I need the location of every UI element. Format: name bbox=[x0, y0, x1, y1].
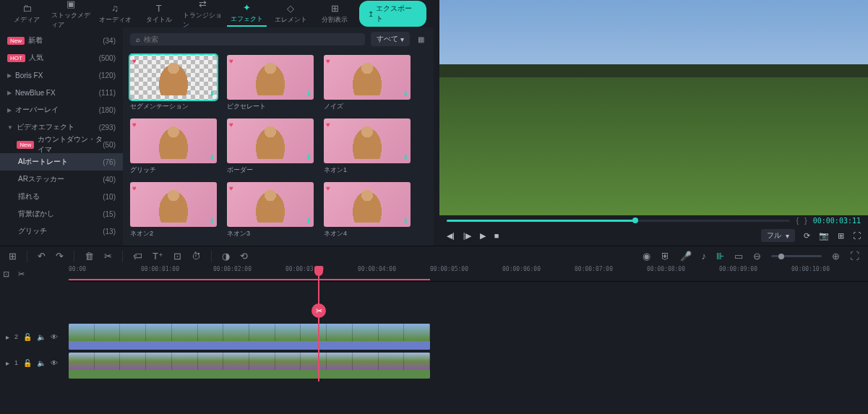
heart-icon[interactable]: ♥ bbox=[229, 121, 233, 129]
play-button[interactable]: ▶ bbox=[480, 231, 486, 241]
effect-card-ボーダー[interactable]: ♥⬇ボーダー bbox=[227, 118, 314, 175]
color-icon[interactable]: ◑ bbox=[222, 251, 230, 262]
music-icon[interactable]: ♪ bbox=[702, 251, 707, 262]
effect-card-セグメンテーション[interactable]: ♥⬇セグメンテーション bbox=[130, 55, 217, 111]
sidebar-item-オーバーレイ[interactable]: ▶オーバーレイ(180) bbox=[0, 101, 123, 118]
effect-thumb[interactable]: ♥⬇ bbox=[324, 182, 411, 227]
timeline-ruler[interactable]: 00:0000:00:01:0000:00:02:0000:00:03:0000… bbox=[69, 266, 868, 282]
tab-オーディオ[interactable]: ♫オーディオ bbox=[95, 1, 135, 27]
zoom-slider[interactable] bbox=[771, 255, 822, 257]
search-input[interactable] bbox=[144, 35, 359, 43]
rotate-icon[interactable]: ⟲ bbox=[240, 251, 248, 262]
shield-icon[interactable]: ⛨ bbox=[661, 251, 670, 262]
sidebar-item-揺れる[interactable]: 揺れる(10) bbox=[0, 188, 123, 205]
sidebar-item-AIポートレート[interactable]: AIポートレート(76) bbox=[0, 153, 123, 171]
tab-分割表示[interactable]: ⊞分割表示 bbox=[315, 1, 355, 27]
effect-thumb[interactable]: ♥⬇ bbox=[324, 118, 411, 163]
tab-メディア[interactable]: 🗀メディア bbox=[7, 1, 47, 27]
settings-icon[interactable]: ⊞ bbox=[838, 231, 844, 241]
tab-タイトル[interactable]: Tタイトル bbox=[139, 1, 179, 27]
tab-エレメント[interactable]: ◇エレメント bbox=[271, 1, 311, 27]
heart-icon[interactable]: ♥ bbox=[229, 184, 233, 192]
effect-card-ピクセレート[interactable]: ♥⬇ピクセレート bbox=[227, 55, 314, 111]
download-icon[interactable]: ⬇ bbox=[306, 153, 311, 161]
tab-エフェクト[interactable]: ✦エフェクト bbox=[227, 1, 267, 27]
mute-icon[interactable]: 🔈 bbox=[37, 333, 46, 341]
sidebar-item-ARステッカー[interactable]: ARステッカー(40) bbox=[0, 171, 123, 188]
preview-video[interactable] bbox=[439, 0, 868, 215]
download-icon[interactable]: ⬇ bbox=[403, 153, 408, 161]
lock-icon[interactable]: 🔓 bbox=[23, 359, 32, 367]
visibility-icon[interactable]: 👁 bbox=[51, 333, 58, 341]
heart-icon[interactable]: ♥ bbox=[132, 121, 137, 129]
video-clip-2[interactable]: ▶バックグラウンド bbox=[69, 353, 430, 379]
view-grid-button[interactable]: ▦ bbox=[416, 33, 426, 46]
track-toggle-icon[interactable]: ▸ bbox=[6, 359, 9, 367]
snapshot-icon[interactable]: 📷 bbox=[819, 231, 829, 241]
preview-progress[interactable] bbox=[447, 220, 790, 222]
sidebar-item-グリッチ[interactable]: グリッチ(13) bbox=[0, 223, 123, 240]
download-icon[interactable]: ⬇ bbox=[209, 90, 215, 98]
refresh-icon[interactable]: ⟳ bbox=[804, 231, 810, 241]
lock-icon[interactable]: 🔓 bbox=[23, 333, 32, 341]
heart-icon[interactable]: ♥ bbox=[132, 57, 137, 65]
undo-button[interactable]: ↶ bbox=[38, 251, 46, 262]
effect-card-ネオン4[interactable]: ♥⬇ネオン4 bbox=[324, 182, 411, 238]
heart-icon[interactable]: ♥ bbox=[326, 184, 330, 192]
effect-thumb[interactable]: ♥⬇ bbox=[324, 55, 411, 100]
effect-card-グリッチ[interactable]: ♥⬇グリッチ bbox=[130, 118, 217, 175]
sidebar-item-人気[interactable]: HOT人気(500) bbox=[0, 49, 123, 66]
sort-dropdown[interactable]: すべて ▾ bbox=[371, 32, 410, 46]
export-button[interactable]: ↥エクスポート bbox=[359, 1, 427, 27]
speed-icon[interactable]: ⏱ bbox=[192, 251, 201, 262]
download-icon[interactable]: ⬇ bbox=[209, 153, 215, 161]
mark-in-button[interactable]: { bbox=[796, 216, 799, 225]
text-tool-icon[interactable]: T⁺ bbox=[152, 251, 163, 262]
magnet-icon[interactable]: ⊪ bbox=[716, 251, 724, 262]
effect-thumb[interactable]: ♥⬇ bbox=[130, 118, 217, 163]
download-icon[interactable]: ⬇ bbox=[306, 90, 311, 98]
sidebar-item-Boris FX[interactable]: ▶Boris FX(120) bbox=[0, 66, 123, 84]
effect-thumb[interactable]: ♥⬇ bbox=[227, 182, 314, 227]
sidebar-item-ビデオエフェクト[interactable]: ▼ビデオエフェクト(293) bbox=[0, 118, 123, 136]
playhead[interactable]: ✂ bbox=[318, 266, 319, 381]
search-box[interactable]: ⌕ bbox=[130, 33, 365, 46]
play-backward-button[interactable]: |▶ bbox=[463, 231, 471, 241]
redo-button[interactable]: ↷ bbox=[56, 251, 64, 262]
download-icon[interactable]: ⬇ bbox=[209, 217, 215, 225]
stop-button[interactable]: ■ bbox=[494, 231, 499, 240]
crop-icon[interactable]: ⊡ bbox=[173, 251, 181, 262]
video-clip-1[interactable]: ▶女性 bbox=[69, 324, 430, 350]
heart-icon[interactable]: ♥ bbox=[132, 184, 137, 192]
playhead-split-icon[interactable]: ✂ bbox=[311, 303, 326, 318]
tab-トランジション[interactable]: ⇄トランジション bbox=[183, 1, 223, 27]
delete-button[interactable]: 🗑 bbox=[85, 251, 94, 262]
layout-icon[interactable]: ⊞ bbox=[9, 251, 17, 262]
tab-ストックメディア[interactable]: ▣ストックメディア bbox=[51, 1, 91, 27]
split-button[interactable]: ✂ bbox=[104, 251, 112, 262]
heart-icon[interactable]: ♥ bbox=[229, 57, 233, 65]
fullscreen-icon[interactable]: ⛶ bbox=[853, 231, 861, 240]
heart-icon[interactable]: ♥ bbox=[326, 121, 330, 129]
preview-quality-dropdown[interactable]: フル ▾ bbox=[761, 229, 795, 242]
effect-card-ネオン1[interactable]: ♥⬇ネオン1 bbox=[324, 118, 411, 175]
mic-icon[interactable]: 🎤 bbox=[680, 251, 692, 262]
effect-card-ネオン3[interactable]: ♥⬇ネオン3 bbox=[227, 182, 314, 238]
mute-icon[interactable]: 🔈 bbox=[37, 359, 46, 367]
effect-thumb[interactable]: ♥⬇ bbox=[227, 118, 314, 163]
download-icon[interactable]: ⬇ bbox=[403, 90, 408, 98]
zoom-fit-button[interactable]: ⛶ bbox=[850, 251, 859, 262]
effect-thumb[interactable]: ♥⬇ bbox=[130, 182, 217, 227]
effect-card-ネオン2[interactable]: ♥⬇ネオン2 bbox=[130, 182, 217, 238]
zoom-in-button[interactable]: ⊕ bbox=[832, 251, 840, 262]
frame-icon[interactable]: ▭ bbox=[734, 251, 743, 262]
zoom-out-button[interactable]: ⊖ bbox=[753, 251, 761, 262]
download-icon[interactable]: ⬇ bbox=[306, 217, 311, 225]
sidebar-item-カウントダウン・タイマ[interactable]: Newカウントダウン・タイマ(50) bbox=[0, 136, 123, 153]
marker-icon[interactable]: ◉ bbox=[643, 251, 650, 262]
heart-icon[interactable]: ♥ bbox=[326, 57, 330, 65]
effect-thumb[interactable]: ♥⬇ bbox=[130, 55, 217, 100]
track-toggle-icon[interactable]: ▸ bbox=[6, 333, 9, 341]
prev-frame-button[interactable]: ◀| bbox=[447, 231, 455, 241]
timeline-scissors-icon[interactable]: ✂ bbox=[18, 269, 25, 279]
